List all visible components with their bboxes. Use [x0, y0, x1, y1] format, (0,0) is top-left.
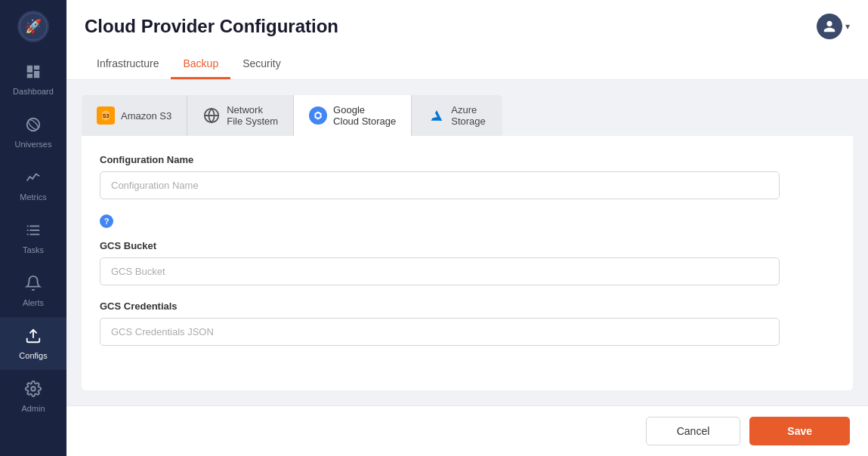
azure-icon	[427, 106, 445, 125]
svg-rect-4	[27, 225, 29, 226]
s3-tab-label: Amazon S3	[121, 110, 171, 122]
sidebar-item-configs-label: Configs	[19, 351, 47, 360]
footer: Cancel Save	[66, 405, 868, 456]
header: Cloud Provider Configuration ▾ Infrastru…	[66, 0, 868, 80]
svg-rect-6	[27, 233, 29, 235]
help-icon[interactable]: ?	[100, 214, 113, 228]
sidebar-item-dashboard[interactable]: Dashboard	[0, 53, 66, 106]
provider-tabs: S3 Amazon S3 Network File System	[82, 95, 502, 136]
header-tabs: Infrastructure Backup Security	[85, 50, 850, 79]
svg-rect-9	[29, 233, 39, 235]
sidebar-item-universes[interactable]: Universes	[0, 106, 66, 159]
configs-icon	[25, 328, 42, 348]
sidebar-item-metrics[interactable]: Metrics	[0, 159, 66, 211]
provider-tab-s3[interactable]: S3 Amazon S3	[82, 95, 187, 136]
config-name-label: Configuration Name	[100, 154, 835, 165]
user-menu[interactable]: ▾	[817, 14, 850, 39]
sidebar-item-dashboard-label: Dashboard	[13, 87, 54, 96]
config-name-input[interactable]	[100, 171, 780, 199]
config-name-group: Configuration Name	[100, 154, 835, 199]
svg-rect-7	[29, 225, 39, 226]
sidebar-item-tasks[interactable]: Tasks	[0, 211, 66, 264]
svg-point-11	[31, 387, 36, 391]
gcs-tab-label: Google Cloud Storage	[333, 104, 396, 127]
gcs-bucket-label: GCS Bucket	[100, 240, 835, 251]
admin-icon	[25, 381, 42, 401]
tab-security[interactable]: Security	[230, 50, 293, 79]
svg-text:🚀: 🚀	[25, 18, 42, 35]
tasks-icon	[25, 222, 42, 242]
gcs-icon	[309, 106, 327, 125]
gcs-bucket-group: GCS Bucket	[100, 240, 835, 285]
header-top: Cloud Provider Configuration ▾	[85, 14, 850, 39]
azure-tab-label: Azure Storage	[451, 104, 486, 127]
avatar[interactable]	[817, 14, 842, 39]
svg-text:S3: S3	[103, 113, 110, 119]
gcs-credentials-group: GCS Credentials	[100, 300, 835, 346]
alerts-icon	[25, 275, 42, 295]
sidebar-item-tasks-label: Tasks	[23, 245, 44, 254]
gcs-credentials-input[interactable]	[100, 318, 780, 346]
sidebar-item-alerts-label: Alerts	[23, 298, 44, 307]
chevron-down-icon: ▾	[845, 21, 850, 32]
universes-icon	[25, 116, 42, 137]
nfs-tab-label: Network File System	[227, 104, 278, 127]
svg-rect-8	[29, 230, 39, 231]
metrics-icon	[25, 169, 42, 189]
tab-infrastructure[interactable]: Infrastructure	[85, 50, 171, 79]
provider-tab-nfs[interactable]: Network File System	[187, 95, 294, 136]
svg-point-17	[316, 113, 320, 118]
sidebar-item-universes-label: Universes	[15, 140, 52, 149]
gcs-bucket-input[interactable]	[100, 257, 780, 285]
tab-backup[interactable]: Backup	[171, 50, 230, 79]
nfs-icon	[202, 106, 221, 125]
sidebar: 🚀 Dashboard Universes Metrics Tasks Aler…	[0, 0, 66, 456]
sidebar-item-configs[interactable]: Configs	[0, 317, 66, 370]
content-area: S3 Amazon S3 Network File System	[66, 80, 868, 405]
page-title: Cloud Provider Configuration	[85, 16, 338, 37]
sidebar-item-alerts[interactable]: Alerts	[0, 264, 66, 317]
s3-icon: S3	[97, 106, 115, 125]
provider-tab-azure[interactable]: Azure Storage	[412, 95, 502, 136]
save-button[interactable]: Save	[749, 417, 850, 445]
sidebar-item-admin-label: Admin	[21, 404, 45, 413]
gcs-credentials-label: GCS Credentials	[100, 300, 835, 312]
sidebar-item-admin[interactable]: Admin	[0, 370, 66, 423]
svg-rect-5	[27, 230, 29, 231]
form-area: Configuration Name ? GCS Bucket GCS Cred…	[82, 136, 853, 390]
sidebar-logo: 🚀	[0, 0, 66, 53]
dashboard-icon	[25, 63, 42, 84]
cancel-button[interactable]: Cancel	[646, 417, 741, 445]
provider-tab-gcs[interactable]: Google Cloud Storage	[294, 95, 412, 136]
main-content: Cloud Provider Configuration ▾ Infrastru…	[66, 0, 868, 456]
sidebar-item-metrics-label: Metrics	[20, 193, 46, 202]
logo-icon: 🚀	[17, 11, 49, 42]
